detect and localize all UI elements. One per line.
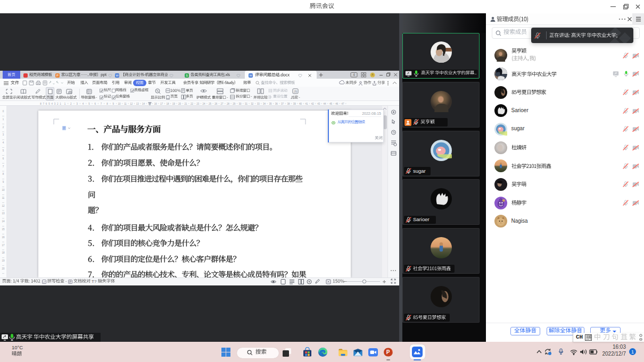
svg-text:P: P bbox=[386, 349, 390, 355]
